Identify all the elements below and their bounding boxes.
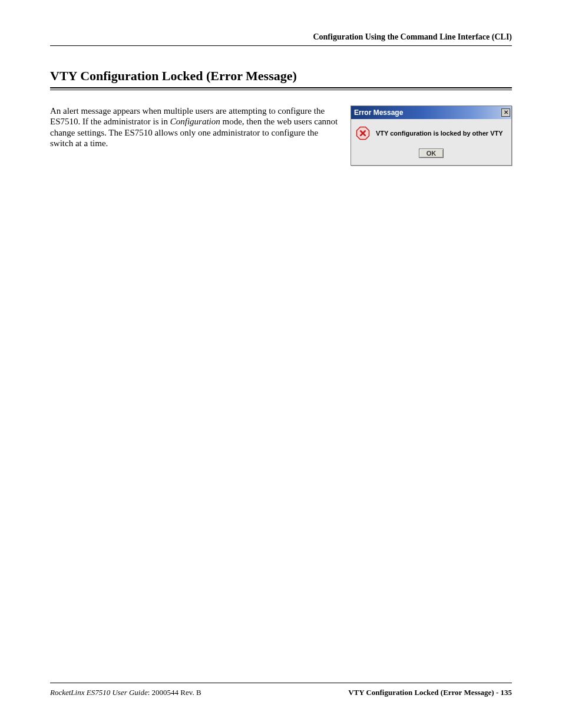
page-header: Configuration Using the Command Line Int… xyxy=(50,32,512,46)
dialog-titlebar: Error Message ✕ xyxy=(351,106,511,119)
body-paragraph: An alert message appears when multiple u… xyxy=(50,106,340,149)
footer-right: VTY Configuration Locked (Error Message)… xyxy=(348,688,512,697)
ok-button[interactable]: OK xyxy=(419,149,444,158)
error-dialog: Error Message ✕ VTY configuration is loc… xyxy=(351,106,512,166)
close-icon: ✕ xyxy=(504,110,508,116)
dialog-message: VTY configuration is locked by other VTY xyxy=(376,130,503,137)
page-footer: RocketLinx ES7510 User Guide: 2000544 Re… xyxy=(50,683,512,697)
close-button[interactable]: ✕ xyxy=(501,108,510,117)
footer-left: RocketLinx ES7510 User Guide: 2000544 Re… xyxy=(50,688,201,697)
footer-left-rev: : 2000544 Rev. B xyxy=(148,688,201,697)
dialog-title: Error Message xyxy=(354,108,403,117)
section-rule xyxy=(50,87,512,90)
footer-left-title: RocketLinx ES7510 User Guide xyxy=(50,688,148,697)
section-title: VTY Configuration Locked (Error Message) xyxy=(50,68,512,84)
body-text-em: Configuration xyxy=(170,117,220,126)
error-icon xyxy=(356,126,370,140)
header-right-text: Configuration Using the Command Line Int… xyxy=(313,32,512,41)
